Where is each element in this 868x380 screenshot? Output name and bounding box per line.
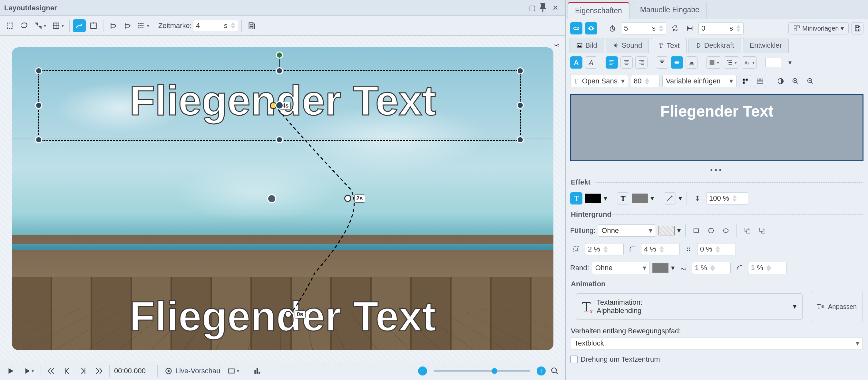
- resize-handle[interactable]: [517, 67, 524, 74]
- subtab-opacity[interactable]: Deckkraft: [688, 38, 741, 53]
- contrast-icon[interactable]: [775, 75, 787, 87]
- mini-templates-button[interactable]: Minivorlagen ▾: [788, 22, 849, 34]
- tab-manual-input[interactable]: Manuelle Eingabe: [633, 2, 707, 19]
- selection-box[interactable]: [38, 70, 521, 141]
- align-left-button[interactable]: [606, 56, 618, 69]
- stats-button[interactable]: [251, 365, 264, 377]
- zoom-out-icon[interactable]: [804, 75, 816, 87]
- text-preview[interactable]: Fliegender Text: [570, 94, 864, 161]
- valign-top-button[interactable]: [656, 56, 668, 69]
- distribute-icon[interactable]: [754, 75, 766, 87]
- preview-mode-button[interactable]: [225, 365, 241, 377]
- shape-rect-icon[interactable]: [690, 224, 702, 237]
- offset-field[interactable]: 0s: [699, 22, 744, 34]
- shape-rounded-icon[interactable]: [720, 224, 732, 237]
- padding-field[interactable]: 2 %: [585, 243, 624, 255]
- opacity-field[interactable]: 100 %: [706, 192, 748, 205]
- resize-handle[interactable]: [35, 67, 42, 74]
- zoom-slider[interactable]: [434, 370, 530, 372]
- canvas-center-handle[interactable]: [267, 194, 276, 203]
- resize-handle[interactable]: [276, 67, 283, 74]
- border-select[interactable]: Ohne: [592, 262, 650, 274]
- fx-color1[interactable]: [585, 194, 601, 203]
- behavior-select[interactable]: Textblock: [571, 337, 863, 349]
- select-tool[interactable]: [4, 19, 17, 32]
- resize-handle[interactable]: [276, 136, 283, 143]
- scissors-icon[interactable]: ✂: [553, 41, 559, 50]
- subtab-image[interactable]: Bild: [569, 38, 604, 53]
- resize-handle[interactable]: [517, 102, 524, 109]
- keyframe-0s[interactable]: 0s: [285, 311, 292, 318]
- step-fwd-button[interactable]: [76, 365, 89, 377]
- subtab-developer[interactable]: Entwickler: [743, 38, 789, 53]
- list-style-button[interactable]: [724, 56, 739, 69]
- expand-handle[interactable]: •••: [566, 165, 868, 175]
- fill-select[interactable]: Ohne: [598, 224, 656, 237]
- tab-properties[interactable]: Eigenschaften: [567, 2, 629, 19]
- stroke2-field[interactable]: 1 %: [748, 262, 787, 274]
- bounds-tool[interactable]: [87, 19, 100, 32]
- shape-circle-icon[interactable]: [705, 224, 717, 237]
- chevron-down-icon[interactable]: ▾: [793, 302, 797, 311]
- zoom-out-button[interactable]: −: [418, 367, 427, 376]
- rotation-checkbox[interactable]: [570, 355, 578, 363]
- snap-tool[interactable]: [32, 19, 48, 32]
- subtab-text[interactable]: Text: [651, 38, 686, 53]
- bg-shade-button[interactable]: [706, 56, 721, 69]
- timemark-field[interactable]: 4s: [193, 20, 238, 32]
- window-restore-button[interactable]: ▢: [526, 2, 538, 14]
- window-close-button[interactable]: ✕: [550, 2, 561, 14]
- text-fx-button[interactable]: T: [570, 192, 582, 205]
- adjust-animation-button[interactable]: T⚙ Anpassen: [811, 291, 863, 322]
- lasso-tool[interactable]: [18, 19, 31, 32]
- duration-field[interactable]: 5s: [621, 22, 666, 34]
- chevron-down-icon[interactable]: ▾: [650, 194, 654, 203]
- canvas[interactable]: Fliegender Text Fliegender Text 4s 2s 0s: [12, 47, 553, 350]
- chevron-down-icon[interactable]: ▾: [604, 194, 607, 203]
- chevron-down-icon[interactable]: ▾: [671, 264, 675, 272]
- resize-handle[interactable]: [35, 136, 42, 143]
- fill-swatch[interactable]: [658, 226, 675, 235]
- format-italic-button[interactable]: A: [585, 56, 597, 69]
- zoom-fit-button[interactable]: [548, 365, 561, 377]
- save-button[interactable]: [245, 19, 258, 32]
- format-normal-button[interactable]: A: [570, 56, 582, 69]
- live-preview-toggle[interactable]: Live-Vorschau: [162, 365, 222, 377]
- link-button[interactable]: [570, 22, 582, 34]
- center-handle[interactable]: [275, 101, 284, 109]
- resize-handle[interactable]: [517, 136, 524, 143]
- rotation-handle[interactable]: [276, 51, 283, 59]
- subtab-sound[interactable]: Sound: [606, 38, 649, 53]
- resize-handle[interactable]: [35, 102, 42, 109]
- save-template-button[interactable]: [851, 22, 864, 34]
- add-keyframe-button[interactable]: +: [107, 19, 120, 32]
- play-from-button[interactable]: [20, 365, 36, 377]
- border-swatch[interactable]: [652, 263, 669, 273]
- visibility-button[interactable]: [585, 22, 597, 34]
- align-center-button[interactable]: [620, 56, 633, 69]
- arrange-front-icon[interactable]: [756, 224, 768, 237]
- arrange-back-icon[interactable]: [741, 224, 753, 237]
- snap-grid-icon[interactable]: [739, 75, 751, 87]
- zoom-in-icon[interactable]: [789, 75, 802, 87]
- fx-color2[interactable]: [632, 194, 648, 203]
- color-dropdown[interactable]: ▾: [784, 56, 796, 69]
- valign-bot-button[interactable]: [686, 56, 698, 69]
- goto-end-button[interactable]: [92, 365, 105, 377]
- path-tool[interactable]: [73, 19, 86, 32]
- font-size-field[interactable]: 80: [631, 75, 660, 87]
- step-back-button[interactable]: [61, 365, 74, 377]
- play-button[interactable]: [4, 365, 17, 377]
- text-color-swatch[interactable]: [765, 58, 781, 67]
- direction-button[interactable]: [664, 192, 676, 205]
- variable-insert-button[interactable]: Variable einfügen: [662, 75, 737, 87]
- grid-tool[interactable]: [50, 19, 66, 32]
- chevron-down-icon[interactable]: ▾: [679, 194, 682, 203]
- radius-field[interactable]: 4 %: [641, 243, 680, 255]
- align-right-button[interactable]: [635, 56, 648, 69]
- font-size-tool[interactable]: AA: [742, 56, 757, 69]
- animation-select[interactable]: T Textanimation: Alphablending ▾: [576, 293, 803, 320]
- goto-start-button[interactable]: [45, 365, 58, 377]
- blur-field[interactable]: 0 %: [697, 243, 736, 255]
- text-object-bottom[interactable]: Fliegender Text: [12, 292, 553, 340]
